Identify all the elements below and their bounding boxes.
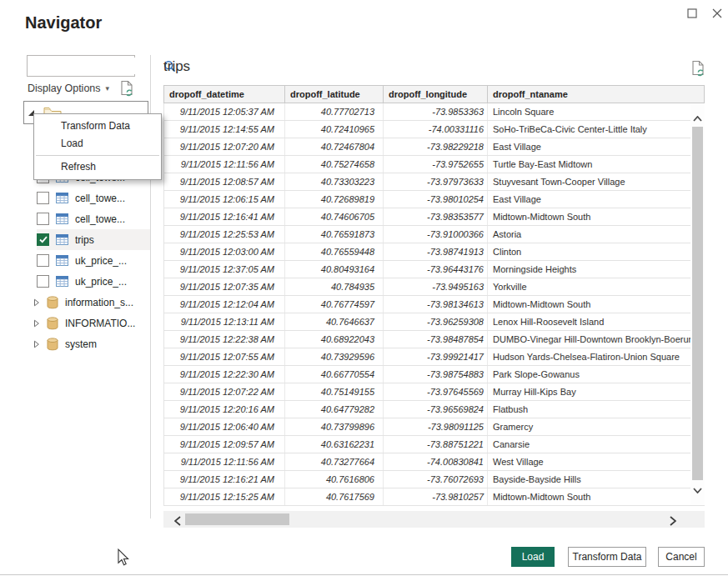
table-cell: 40.73303223: [285, 173, 384, 191]
table-cell: -73.91000366: [384, 226, 488, 243]
vertical-scrollbar[interactable]: [690, 103, 705, 505]
table-cell: -73.98134613: [384, 296, 488, 313]
checkbox-unchecked[interactable]: [37, 213, 49, 225]
table-cell: 40.80493164: [285, 261, 384, 278]
table-cell: 9/11/2015 12:14:55 AM: [164, 121, 285, 138]
tree-item-cell-towe[interactable]: cell_towe...: [37, 208, 150, 229]
checkbox-unchecked[interactable]: [37, 192, 49, 204]
checkbox-unchecked[interactable]: [37, 275, 49, 288]
search-input[interactable]: [28, 58, 163, 74]
table-row: 9/11/2015 12:16:21 AM40.7616806-73.76072…: [164, 471, 705, 488]
tree-item-uk-price[interactable]: uk_price_...: [37, 250, 150, 271]
transform-data-button[interactable]: Transform Data: [568, 547, 646, 567]
table-cell: Bayside-Bayside Hills: [488, 471, 705, 488]
table-cell: 40.73277664: [285, 453, 384, 471]
table-cell: 9/11/2015 12:06:15 AM: [164, 191, 285, 208]
table-cell: 40.72467804: [285, 138, 384, 156]
horizontal-scroll-thumb[interactable]: [185, 513, 289, 525]
maximize-icon: [687, 8, 697, 18]
tree-item-trips[interactable]: trips: [37, 229, 150, 250]
column-header-dropoff_longitude: dropoff_longitude: [384, 86, 488, 103]
table-cell: 40.73929596: [285, 348, 384, 366]
table-cell: -73.96259308: [384, 313, 488, 331]
tree: cell_towe...cell_towe...cell_towe...trip…: [23, 167, 150, 354]
table-cell: -73.98010254: [384, 191, 488, 208]
table-row: 9/11/2015 12:12:04 AM40.76774597-73.9813…: [164, 296, 705, 313]
table-row: 9/11/2015 12:09:57 AM40.63162231-73.8875…: [164, 436, 705, 453]
table-cell: -73.9752655: [384, 156, 488, 173]
table-row: 9/11/2015 12:22:30 AM40.66770554-73.9875…: [164, 366, 705, 383]
maximize-button[interactable]: [681, 3, 703, 23]
table-cell: 9/11/2015 12:03:00 AM: [164, 243, 285, 261]
expand-arrow-icon[interactable]: [33, 298, 42, 307]
expand-arrow-icon[interactable]: [33, 319, 42, 328]
preview-title: trips: [163, 58, 190, 75]
table-cell: Yorkville: [488, 278, 705, 296]
refresh-preview-icon[interactable]: [691, 60, 706, 80]
table-cell: 9/11/2015 12:07:55 AM: [164, 348, 285, 366]
table-cell: Hudson Yards-Chelsea-Flatiron-Union Squa…: [488, 348, 705, 366]
table-cell: -73.98754883: [384, 366, 488, 383]
table-cell: -73.98487854: [384, 331, 488, 348]
context-menu: Transform Data Load Refresh: [33, 113, 162, 180]
tree-item-label: uk_price_...: [75, 255, 127, 267]
table-cell: 9/11/2015 12:11:56 AM: [164, 453, 285, 471]
tree-item-label: trips: [75, 234, 94, 246]
tree-item-label: INFORMATIO...: [65, 318, 135, 329]
menu-item-refresh[interactable]: Refresh: [34, 158, 161, 176]
table-cell: -73.98353577: [384, 208, 488, 226]
column-header-dropoff_datetime: dropoff_datetime: [164, 86, 285, 103]
table-cell: 9/11/2015 12:09:57 AM: [164, 436, 285, 453]
tree-item-informatio[interactable]: INFORMATIO...: [33, 313, 150, 333]
menu-item-load[interactable]: Load: [34, 135, 161, 153]
menu-item-transform-data[interactable]: Transform Data: [34, 118, 161, 135]
column-header-dropoff_latitude: dropoff_latitude: [285, 86, 384, 103]
display-options-label: Display Options: [28, 83, 101, 94]
dialog-bottom-edge: [0, 574, 728, 575]
scroll-up-icon[interactable]: [693, 110, 702, 125]
table-cell: -73.88751221: [384, 436, 488, 453]
table-row: 9/11/2015 12:05:37 AM40.77702713-73.9853…: [164, 103, 705, 121]
cancel-button[interactable]: Cancel: [658, 547, 705, 567]
tree-item-label: system: [65, 338, 97, 350]
horizontal-scrollbar[interactable]: [163, 511, 705, 528]
table-cell: Midtown-Midtown South: [488, 296, 705, 313]
table-cell: Astoria: [488, 226, 705, 243]
database-icon: [47, 317, 58, 330]
table-cell: 9/11/2015 12:16:41 AM: [164, 208, 285, 226]
table-cell: -73.96443176: [384, 261, 488, 278]
close-icon: [712, 8, 722, 18]
scroll-right-icon[interactable]: [670, 514, 676, 529]
scroll-down-icon[interactable]: [693, 482, 702, 497]
table-cell: 9/11/2015 12:16:21 AM: [164, 471, 285, 488]
table-cell: 9/11/2015 12:13:11 AM: [164, 313, 285, 331]
search-box[interactable]: [27, 55, 135, 77]
tree-item-cell-towe[interactable]: cell_towe...: [37, 188, 150, 208]
display-options-dropdown[interactable]: Display Options ▾: [28, 83, 109, 94]
table-cell: Gramercy: [488, 418, 705, 436]
tree-item-system[interactable]: system: [33, 333, 150, 354]
close-button[interactable]: [706, 3, 728, 23]
table-row: 9/11/2015 12:22:38 AM40.68922043-73.9848…: [164, 331, 705, 348]
table-cell: 40.75149155: [285, 383, 384, 401]
tree-item-information-s[interactable]: information_s...: [33, 292, 150, 313]
database-icon: [47, 338, 58, 351]
scroll-left-icon[interactable]: [174, 514, 181, 529]
refresh-tree-icon[interactable]: [120, 80, 135, 100]
table-cell: -73.9495163: [384, 278, 488, 296]
table-cell: Midtown-Midtown South: [488, 488, 705, 506]
checkbox-checked[interactable]: [37, 233, 49, 246]
table-cell: 40.73799896: [285, 418, 384, 436]
vertical-scroll-thumb[interactable]: [692, 127, 703, 480]
expand-arrow-icon[interactable]: [33, 340, 42, 348]
table-cell: 9/11/2015 12:07:35 AM: [164, 278, 285, 296]
table-row: 9/11/2015 12:37:05 AM40.80493164-73.9644…: [164, 261, 705, 278]
tree-item-uk-price[interactable]: uk_price_...: [37, 271, 150, 292]
table-row: 9/11/2015 12:14:55 AM40.72410965-74.0033…: [164, 121, 705, 138]
table-cell: 40.7616806: [285, 471, 384, 488]
checkbox-unchecked[interactable]: [37, 254, 49, 267]
table-row: 9/11/2015 12:07:20 AM40.72467804-73.9822…: [164, 138, 705, 156]
table-cell: 40.64779282: [285, 401, 384, 418]
table-cell: 40.784935: [285, 278, 384, 296]
load-button[interactable]: Load: [511, 547, 555, 567]
